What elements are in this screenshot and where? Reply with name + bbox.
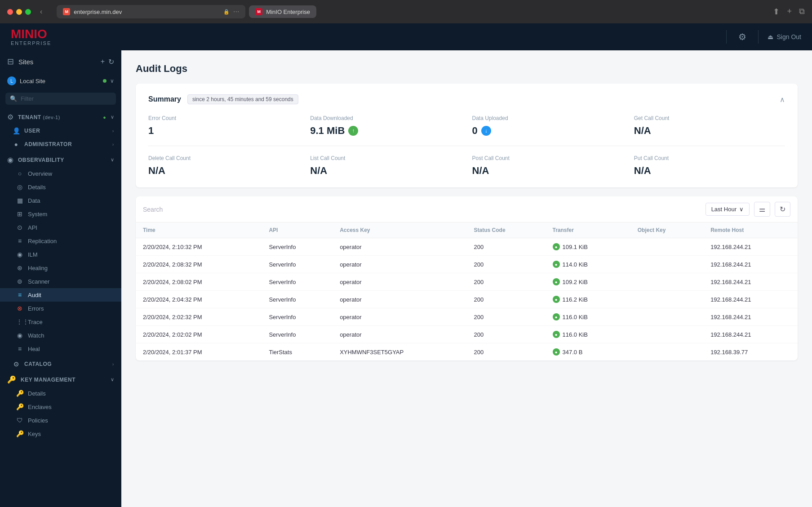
col-time: Time — [136, 222, 262, 238]
transfer-value: 116.0 KiB — [563, 314, 588, 320]
page-title: Audit Logs — [136, 63, 798, 75]
sidebar-item-errors[interactable]: ⊗ Errors — [0, 302, 121, 315]
local-site-row[interactable]: L Local Site ∨ — [0, 73, 121, 89]
filter-input[interactable] — [21, 95, 111, 102]
sidebar-item-overview[interactable]: ○ Overview — [0, 167, 121, 180]
new-tab-icon[interactable]: + — [787, 7, 792, 17]
close-button[interactable] — [7, 9, 13, 15]
settings-icon[interactable]: ⚙ — [736, 29, 749, 45]
get-call-label: Get Call Count — [634, 115, 785, 121]
details-icon: ◎ — [16, 183, 23, 191]
policies-icon: 🛡 — [16, 417, 23, 424]
sidebar-item-catalog[interactable]: ⊙ CATALOG › — [0, 357, 121, 371]
back-button[interactable]: ‹ — [36, 8, 46, 16]
tenant-label: TENANT (dev-1) — [18, 114, 98, 120]
enclaves-label: Enclaves — [28, 404, 114, 410]
trace-label: Trace — [28, 319, 114, 325]
sidebar: ⊟ Sites + ↻ L Local Site ∨ 🔍 — [0, 50, 121, 507]
data-downloaded-label: Data Downloaded — [310, 115, 461, 121]
cell-remote-host: 192.168.244.21 — [703, 256, 798, 273]
observability-chevron: ∨ — [111, 157, 114, 163]
sidebar-item-api[interactable]: ⊙ API — [0, 221, 121, 234]
fullscreen-button[interactable] — [25, 9, 31, 15]
sidebar-item-system[interactable]: ⊞ System — [0, 207, 121, 221]
sidebar-toggle-icon[interactable]: ⧉ — [799, 7, 805, 17]
tenant-section-header[interactable]: ⚙ TENANT (dev-1) ● ∨ — [0, 108, 121, 124]
time-filter-button[interactable]: Last Hour ∨ — [706, 203, 750, 216]
sidebar-item-km-details[interactable]: 🔑 Details — [0, 387, 121, 400]
sidebar-item-details[interactable]: ◎ Details — [0, 180, 121, 194]
cell-object-key — [630, 256, 703, 273]
cell-api: ServerInfo — [262, 308, 333, 326]
transfer-value: 116.2 KiB — [563, 296, 588, 303]
post-call-value: N/A — [472, 165, 623, 177]
filter-settings-button[interactable]: ⚌ — [754, 202, 770, 217]
sidebar-item-trace[interactable]: ⋮⋮ Trace — [0, 315, 121, 329]
sites-icon: ⊟ — [7, 57, 14, 67]
share-icon[interactable]: ⬆ — [773, 7, 780, 17]
sidebar-item-administrator[interactable]: ● ADMINISTRATOR › — [0, 138, 121, 151]
table-row[interactable]: 2/20/2024, 2:01:37 PM TierStats XYHMWNF3… — [136, 343, 798, 361]
sidebar-item-audit[interactable]: ≡ Audit — [0, 288, 121, 302]
cell-time: 2/20/2024, 2:02:02 PM — [136, 326, 262, 343]
table-row[interactable]: 2/20/2024, 2:10:32 PM ServerInfo operato… — [136, 238, 798, 256]
table-row[interactable]: 2/20/2024, 2:08:02 PM ServerInfo operato… — [136, 273, 798, 291]
brand-tab[interactable]: M MinIO Enterprise — [249, 5, 316, 18]
observability-section-header[interactable]: ◉ OBSERVABILITY ∨ — [0, 151, 121, 167]
keys-label: Keys — [28, 431, 114, 437]
table-row[interactable]: 2/20/2024, 2:08:32 PM ServerInfo operato… — [136, 256, 798, 273]
local-site-chevron: ∨ — [110, 78, 114, 84]
summary-title: Summary — [148, 95, 181, 103]
observability-icon: ◉ — [7, 156, 13, 164]
put-call-value: N/A — [634, 165, 785, 177]
policies-label: Policies — [28, 417, 114, 424]
sidebar-item-user[interactable]: 👤 USER › — [0, 124, 121, 138]
details-label: Details — [28, 184, 114, 191]
minimize-button[interactable] — [16, 9, 22, 15]
sign-out-button[interactable]: ⏏ Sign Out — [768, 33, 801, 40]
tab-options-icon[interactable]: ··· — [233, 8, 239, 16]
refresh-button[interactable]: ↻ — [775, 202, 790, 217]
logo-enterprise-text: ENTERPRISE — [11, 40, 51, 46]
log-search-input[interactable] — [143, 206, 701, 213]
cell-transfer: ● 116.0 KiB — [546, 326, 630, 343]
add-site-icon[interactable]: + — [101, 58, 105, 66]
watch-icon: ◉ — [16, 332, 23, 339]
sidebar-item-ilm[interactable]: ◉ ILM — [0, 248, 121, 261]
metric-get-call: Get Call Count N/A — [634, 115, 785, 137]
data-icon: ▦ — [16, 197, 23, 204]
sidebar-item-replication[interactable]: ≡ Replication — [0, 234, 121, 248]
sidebar-item-healing[interactable]: ⊛ Healing — [0, 261, 121, 275]
overview-label: Overview — [28, 170, 114, 177]
cell-remote-host: 192.168.244.21 — [703, 326, 798, 343]
active-tab[interactable]: M enterprise.min.dev 🔒 ··· — [57, 5, 245, 18]
filter-box: 🔍 — [5, 93, 116, 105]
enclaves-icon: 🔑 — [16, 403, 23, 410]
metric-put-call: Put Call Count N/A — [634, 155, 785, 177]
sidebar-item-scanner[interactable]: ⊚ Scanner — [0, 275, 121, 288]
sidebar-item-policies[interactable]: 🛡 Policies — [0, 414, 121, 427]
errors-icon: ⊗ — [16, 305, 23, 312]
collapse-icon[interactable]: ∧ — [780, 95, 785, 104]
time-filter-label: Last Hour — [711, 206, 737, 213]
refresh-sites-icon[interactable]: ↻ — [108, 58, 114, 66]
local-site-avatar: L — [7, 76, 16, 85]
table-row[interactable]: 2/20/2024, 2:02:32 PM ServerInfo operato… — [136, 308, 798, 326]
brand-tab-label: MinIO Enterprise — [266, 9, 310, 15]
col-status-code: Status Code — [467, 222, 546, 238]
heal-label: Heal — [28, 346, 114, 352]
table-row[interactable]: 2/20/2024, 2:04:32 PM ServerInfo operato… — [136, 291, 798, 308]
sidebar-item-enclaves[interactable]: 🔑 Enclaves — [0, 400, 121, 414]
system-label: System — [28, 211, 114, 218]
sidebar-item-heal[interactable]: ≡ Heal — [0, 342, 121, 356]
key-management-section[interactable]: 🔑 KEY MANAGEMENT ∨ — [0, 371, 121, 387]
sidebar-item-data[interactable]: ▦ Data — [0, 194, 121, 207]
cell-transfer: ● 116.0 KiB — [546, 308, 630, 326]
user-chevron: › — [112, 128, 114, 133]
logo-minio-text: MINIO — [11, 27, 47, 41]
sidebar-item-keys[interactable]: 🔑 Keys — [0, 427, 121, 440]
table-row[interactable]: 2/20/2024, 2:02:02 PM ServerInfo operato… — [136, 326, 798, 343]
cell-status: 200 — [467, 256, 546, 273]
put-call-label: Put Call Count — [634, 155, 785, 161]
sidebar-item-watch[interactable]: ◉ Watch — [0, 329, 121, 342]
